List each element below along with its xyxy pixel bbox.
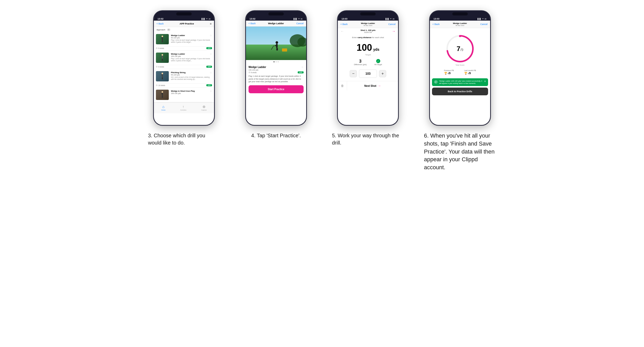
menu-icon-3[interactable]: ≡	[210, 22, 211, 25]
svg-rect-28	[277, 48, 278, 50]
golfer-svg-3	[160, 91, 165, 99]
app-badge-0: APP	[206, 47, 212, 49]
dot-3-4	[278, 61, 279, 62]
svg-rect-16	[162, 93, 163, 96]
next-shot-button-5[interactable]: Next Shot →	[347, 81, 398, 90]
capture-label: Capture	[201, 109, 207, 111]
home-icon: ⌂	[162, 105, 164, 109]
next-shot-bar-5: 🗑 Next Shot →	[338, 81, 398, 90]
trophy-icon-prev-6: 🏆	[444, 72, 447, 75]
phone-notch-5	[338, 11, 398, 17]
status-bar-4: 13:02 ▌▌▌ ≋ 46	[246, 17, 306, 21]
score-circle-6: 7/9	[445, 33, 475, 64]
svg-rect-17	[161, 94, 162, 94]
notch-pill-4	[268, 12, 284, 15]
step-5-column: 13:03 ▌▌▌ ≋ 46 < Back Wedge Ladder 06 Ma…	[326, 10, 410, 172]
drill-item-1[interactable]: Wedge Ladder ☆ 100-140 yds Play 1 shot a…	[156, 50, 212, 65]
carry-bold-5: carry distance	[358, 36, 372, 39]
wifi-icon-6: ≋	[482, 18, 484, 20]
star-icon-3[interactable]: ☆	[210, 90, 212, 92]
shots-count-0: ◷ 9 shots	[156, 47, 164, 49]
drill-item-0[interactable]: Wedge Ladder ☆ 50-100 yds Play 1 shot at…	[156, 32, 212, 47]
svg-rect-14	[162, 77, 163, 79]
drill-thumb-img-3	[156, 90, 169, 100]
home-label: Home	[161, 109, 165, 111]
delete-button-5[interactable]: 🗑	[338, 81, 347, 90]
back-button-5[interactable]: < Back	[340, 23, 348, 26]
battery-6: 46	[484, 18, 487, 20]
cancel-button-6[interactable]: Cancel	[480, 23, 488, 26]
drill-name-2: Pitching String	[171, 71, 186, 74]
back-to-drills-button-6[interactable]: Back to Practice Drills	[432, 88, 488, 95]
notch-pill-3	[176, 12, 192, 15]
svg-rect-19	[162, 96, 163, 98]
clock-icon-detail-4: ◷	[249, 71, 250, 73]
nav-center-5: Wedge Ladder 06 Mar 2023	[361, 22, 375, 26]
bottom-nav-activities[interactable]: ↑ Activities	[180, 105, 187, 111]
decrement-button-5[interactable]: −	[350, 70, 357, 77]
back-button-6[interactable]: < Back	[433, 23, 440, 26]
star-icon-detail-4[interactable]: ☆	[301, 66, 304, 69]
step-4-column: 13:02 ▌▌▌ ≋ 46 < Back Wedge Ladder Cance…	[234, 10, 318, 172]
previous-pb-value-6: 🏆 -/9	[444, 72, 454, 75]
drill-desc-0: Play 1 shot at each target yardage. If y…	[171, 39, 212, 44]
star-icon-2[interactable]: ☆	[210, 71, 212, 74]
phone-5: 13:03 ▌▌▌ ≋ 46 < Back Wedge Ladder 06 Ma…	[337, 10, 399, 126]
drill-list-3: Wedge Ladder ☆ 50-100 yds Play 1 shot at…	[154, 32, 214, 102]
previous-pb-6: Previous PB 🏆 -/9	[444, 70, 454, 75]
svg-rect-3	[162, 40, 162, 42]
step-3-column: 13:02 ▌▌▌ ≋ 46 < Back APP Practice ≡ App…	[142, 10, 226, 172]
wifi-icon-4: ≋	[298, 18, 300, 20]
svg-rect-4	[162, 40, 163, 42]
status-bar-5: 13:03 ▌▌▌ ≋ 46	[338, 17, 398, 21]
status-icons-6: ▌▌▌ ≋ 46	[478, 18, 487, 20]
drill-detail-yds-4: 100-140 yds	[249, 69, 304, 71]
increment-button-5[interactable]: +	[379, 70, 386, 77]
back-button-4[interactable]: < Back	[249, 22, 256, 25]
cancel-button-4[interactable]: Cancel	[296, 22, 304, 25]
bottom-nav-home[interactable]: ⌂ Home	[161, 105, 165, 111]
signal-icon-5: ▌▌▌	[386, 18, 390, 20]
drill-detail-name-4: Wedge Ladder	[249, 66, 266, 69]
drill-item-3[interactable]: Wedge & Short Iron Play ☆ 100-140 yds	[156, 88, 212, 102]
nav-bar-5: < Back Wedge Ladder 06 Mar 2023 Cancel	[338, 21, 398, 28]
shots-count-1: ◷ 9 shots	[156, 66, 164, 68]
yardage-input-5[interactable]	[359, 70, 377, 78]
prev-shot-arrow-5[interactable]: ←	[340, 29, 344, 33]
shot-score-5: Score 5/9	[360, 31, 375, 33]
start-practice-button-4[interactable]: Start Practice	[249, 85, 304, 93]
status-icons-3: ▌▌▌ ≋ 46	[202, 18, 211, 20]
cancel-button-5[interactable]: Cancel	[388, 23, 395, 26]
signal-icon-3: ▌▌▌	[202, 18, 206, 20]
drill-item-2[interactable]: Pitching String ☆ 55-100 yds Hit 1 shot …	[156, 69, 212, 84]
dot-2-4	[276, 61, 277, 62]
drill-info-0: Wedge Ladder ☆ 50-100 yds Play 1 shot at…	[171, 34, 212, 44]
activities-label: Activities	[180, 109, 187, 111]
next-shot-arrow-nav-5[interactable]: →	[392, 29, 395, 33]
app-badge-2: APP	[206, 84, 212, 86]
drill-yds-0: 50-100 yds	[171, 37, 212, 39]
svg-rect-13	[162, 77, 162, 79]
back-button-3[interactable]: < Back	[156, 22, 164, 25]
phone-screen-4: 13:02 ▌▌▌ ≋ 46 < Back Wedge Ladder Cance…	[246, 17, 306, 125]
step-6-column: 13:03 ▌▌▌ ≋ 46 < Back Wedge Ladder 06 Ma…	[418, 10, 502, 172]
drill-thumb-img-2	[156, 71, 169, 81]
success-close-6[interactable]: ✕	[484, 80, 486, 83]
phone-screen-6: 13:03 ▌▌▌ ≋ 46 < Back Wedge Ladder 06 Ma…	[430, 17, 490, 125]
hit-target-label-5: Hit Target	[374, 64, 382, 65]
bottom-nav-capture[interactable]: ⊕ Capture	[201, 105, 207, 111]
score-denom-6: /9	[460, 48, 463, 52]
star-icon-1[interactable]: ☆	[210, 53, 212, 55]
star-icon-0[interactable]: ☆	[210, 34, 212, 37]
difference-value-5: 3	[354, 59, 367, 64]
nav-center-6: Wedge Ladder 06 Mar 2023	[453, 22, 467, 26]
status-time-4: 13:02	[250, 18, 255, 20]
golf-scene-svg	[246, 27, 306, 60]
next-shot-label-5: Next Shot	[364, 84, 376, 87]
image-dots-4	[246, 60, 306, 64]
nav-bar-3: < Back APP Practice ≡	[154, 21, 214, 27]
drill-footer-0: ◷ 9 shots APP	[156, 47, 212, 50]
phone-notch-3	[154, 11, 214, 17]
status-bar-6: 13:03 ▌▌▌ ≋ 46	[430, 17, 490, 21]
svg-rect-27	[276, 48, 277, 50]
